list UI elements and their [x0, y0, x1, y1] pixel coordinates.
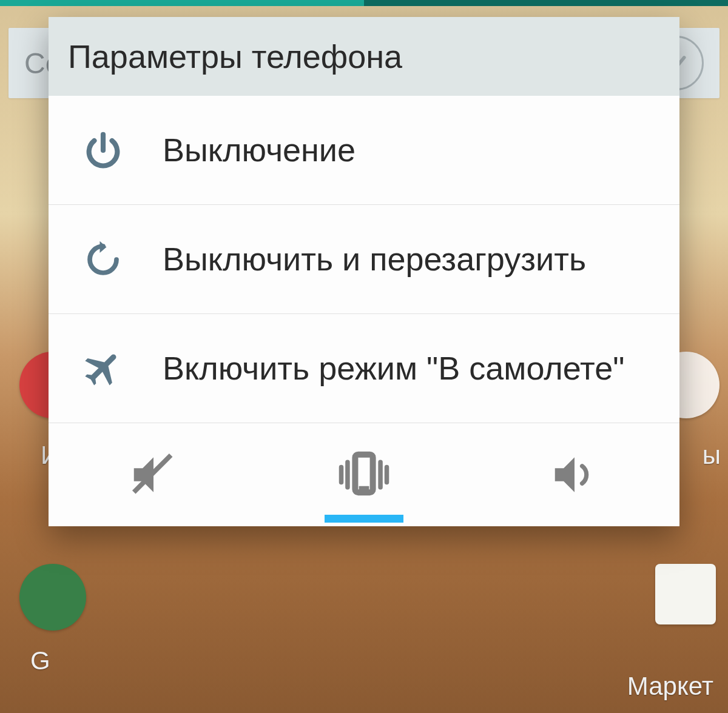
speaker-icon [548, 449, 601, 501]
sound-mode-vibrate[interactable] [259, 423, 470, 526]
airplane-mode-label: Включить режим "В самолете" [163, 346, 624, 390]
sound-mode-mute[interactable] [49, 423, 259, 526]
power-icon [73, 129, 133, 172]
sound-mode-sound[interactable] [469, 423, 679, 526]
home-app-icon [19, 564, 86, 631]
sound-mode-switcher [49, 423, 679, 526]
airplane-icon [73, 347, 133, 390]
restart-label: Выключить и перезагрузить [163, 237, 586, 281]
status-bar [0, 0, 728, 6]
svg-rect-2 [359, 486, 369, 490]
power-menu-dialog: Параметры телефона Выключение Выключить … [49, 17, 679, 526]
vibrate-icon [334, 444, 394, 505]
power-off-item[interactable]: Выключение [49, 96, 679, 205]
home-app-label: G [30, 646, 50, 675]
restart-icon [73, 239, 133, 280]
airplane-mode-item[interactable]: Включить режим "В самолете" [49, 314, 679, 423]
home-app-label: ы [703, 441, 721, 470]
power-off-label: Выключение [163, 128, 356, 172]
dialog-title: Параметры телефона [49, 17, 679, 96]
home-app-icon [655, 564, 716, 624]
home-app-label: Маркет [627, 672, 713, 701]
restart-item[interactable]: Выключить и перезагрузить [49, 205, 679, 314]
mute-icon [127, 449, 180, 501]
